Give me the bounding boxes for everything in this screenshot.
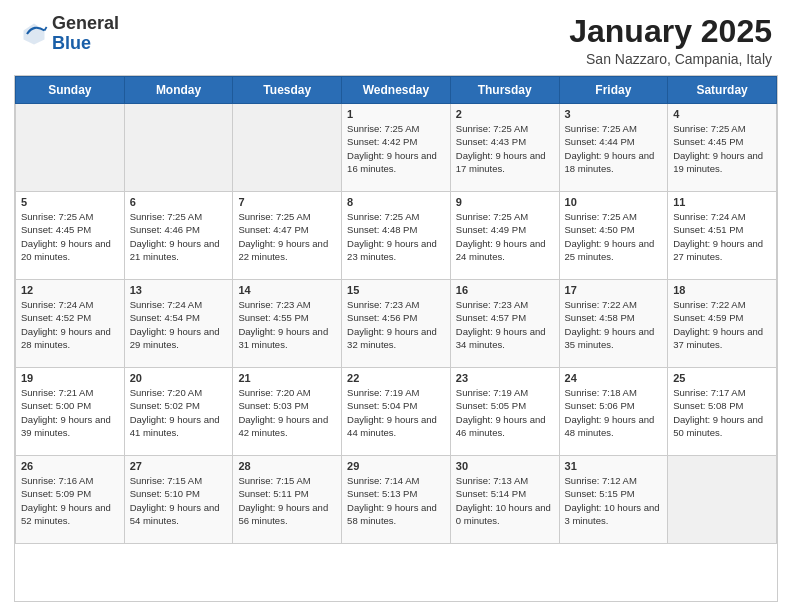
day-info: Sunrise: 7:25 AM Sunset: 4:49 PM Dayligh…	[456, 210, 554, 263]
daylight-label: Daylight: 9 hours and 48 minutes.	[565, 414, 655, 438]
sunrise-label: Sunrise: 7:15 AM	[130, 475, 202, 486]
daylight-label: Daylight: 9 hours and 23 minutes.	[347, 238, 437, 262]
daylight-label: Daylight: 9 hours and 27 minutes.	[673, 238, 763, 262]
sunset-label: Sunset: 5:09 PM	[21, 488, 91, 499]
day-number: 12	[21, 284, 119, 296]
week-row-5: 26 Sunrise: 7:16 AM Sunset: 5:09 PM Dayl…	[16, 456, 777, 544]
sunset-label: Sunset: 5:13 PM	[347, 488, 417, 499]
sunrise-label: Sunrise: 7:16 AM	[21, 475, 93, 486]
calendar-cell: 30 Sunrise: 7:13 AM Sunset: 5:14 PM Dayl…	[450, 456, 559, 544]
daylight-label: Daylight: 9 hours and 39 minutes.	[21, 414, 111, 438]
calendar: SundayMondayTuesdayWednesdayThursdayFrid…	[14, 75, 778, 602]
day-info: Sunrise: 7:24 AM Sunset: 4:52 PM Dayligh…	[21, 298, 119, 351]
header: General Blue January 2025 San Nazzaro, C…	[0, 0, 792, 75]
sunset-label: Sunset: 4:50 PM	[565, 224, 635, 235]
sunrise-label: Sunrise: 7:20 AM	[130, 387, 202, 398]
calendar-cell	[233, 104, 342, 192]
day-info: Sunrise: 7:24 AM Sunset: 4:51 PM Dayligh…	[673, 210, 771, 263]
weekday-header-wednesday: Wednesday	[342, 77, 451, 104]
day-number: 14	[238, 284, 336, 296]
day-info: Sunrise: 7:19 AM Sunset: 5:04 PM Dayligh…	[347, 386, 445, 439]
daylight-label: Daylight: 9 hours and 22 minutes.	[238, 238, 328, 262]
day-number: 26	[21, 460, 119, 472]
sunrise-label: Sunrise: 7:22 AM	[565, 299, 637, 310]
day-info: Sunrise: 7:21 AM Sunset: 5:00 PM Dayligh…	[21, 386, 119, 439]
day-info: Sunrise: 7:25 AM Sunset: 4:43 PM Dayligh…	[456, 122, 554, 175]
sunset-label: Sunset: 5:03 PM	[238, 400, 308, 411]
calendar-cell: 14 Sunrise: 7:23 AM Sunset: 4:55 PM Dayl…	[233, 280, 342, 368]
sunset-label: Sunset: 5:10 PM	[130, 488, 200, 499]
day-number: 11	[673, 196, 771, 208]
day-info: Sunrise: 7:25 AM Sunset: 4:50 PM Dayligh…	[565, 210, 663, 263]
calendar-cell: 12 Sunrise: 7:24 AM Sunset: 4:52 PM Dayl…	[16, 280, 125, 368]
daylight-label: Daylight: 9 hours and 41 minutes.	[130, 414, 220, 438]
day-number: 8	[347, 196, 445, 208]
day-number: 3	[565, 108, 663, 120]
calendar-cell: 6 Sunrise: 7:25 AM Sunset: 4:46 PM Dayli…	[124, 192, 233, 280]
sunrise-label: Sunrise: 7:25 AM	[130, 211, 202, 222]
sunrise-label: Sunrise: 7:17 AM	[673, 387, 745, 398]
day-info: Sunrise: 7:15 AM Sunset: 5:10 PM Dayligh…	[130, 474, 228, 527]
sunrise-label: Sunrise: 7:25 AM	[565, 123, 637, 134]
day-info: Sunrise: 7:15 AM Sunset: 5:11 PM Dayligh…	[238, 474, 336, 527]
day-number: 19	[21, 372, 119, 384]
sunset-label: Sunset: 5:05 PM	[456, 400, 526, 411]
sunset-label: Sunset: 4:58 PM	[565, 312, 635, 323]
day-info: Sunrise: 7:17 AM Sunset: 5:08 PM Dayligh…	[673, 386, 771, 439]
sunset-label: Sunset: 5:15 PM	[565, 488, 635, 499]
day-info: Sunrise: 7:23 AM Sunset: 4:57 PM Dayligh…	[456, 298, 554, 351]
day-number: 24	[565, 372, 663, 384]
calendar-cell: 17 Sunrise: 7:22 AM Sunset: 4:58 PM Dayl…	[559, 280, 668, 368]
day-number: 1	[347, 108, 445, 120]
day-info: Sunrise: 7:18 AM Sunset: 5:06 PM Dayligh…	[565, 386, 663, 439]
day-info: Sunrise: 7:16 AM Sunset: 5:09 PM Dayligh…	[21, 474, 119, 527]
day-number: 2	[456, 108, 554, 120]
sunset-label: Sunset: 4:56 PM	[347, 312, 417, 323]
calendar-cell: 13 Sunrise: 7:24 AM Sunset: 4:54 PM Dayl…	[124, 280, 233, 368]
sunset-label: Sunset: 4:42 PM	[347, 136, 417, 147]
calendar-cell: 20 Sunrise: 7:20 AM Sunset: 5:02 PM Dayl…	[124, 368, 233, 456]
weekday-row: SundayMondayTuesdayWednesdayThursdayFrid…	[16, 77, 777, 104]
day-info: Sunrise: 7:12 AM Sunset: 5:15 PM Dayligh…	[565, 474, 663, 527]
weekday-header-thursday: Thursday	[450, 77, 559, 104]
calendar-cell: 8 Sunrise: 7:25 AM Sunset: 4:48 PM Dayli…	[342, 192, 451, 280]
sunset-label: Sunset: 4:48 PM	[347, 224, 417, 235]
calendar-cell: 10 Sunrise: 7:25 AM Sunset: 4:50 PM Dayl…	[559, 192, 668, 280]
calendar-cell: 15 Sunrise: 7:23 AM Sunset: 4:56 PM Dayl…	[342, 280, 451, 368]
week-row-1: 1 Sunrise: 7:25 AM Sunset: 4:42 PM Dayli…	[16, 104, 777, 192]
calendar-cell: 21 Sunrise: 7:20 AM Sunset: 5:03 PM Dayl…	[233, 368, 342, 456]
sunset-label: Sunset: 4:46 PM	[130, 224, 200, 235]
sunrise-label: Sunrise: 7:25 AM	[238, 211, 310, 222]
day-info: Sunrise: 7:25 AM Sunset: 4:48 PM Dayligh…	[347, 210, 445, 263]
header-right: January 2025 San Nazzaro, Campania, Ital…	[569, 14, 772, 67]
daylight-label: Daylight: 9 hours and 25 minutes.	[565, 238, 655, 262]
calendar-cell: 11 Sunrise: 7:24 AM Sunset: 4:51 PM Dayl…	[668, 192, 777, 280]
sunset-label: Sunset: 4:45 PM	[673, 136, 743, 147]
weekday-header-friday: Friday	[559, 77, 668, 104]
sunset-label: Sunset: 5:02 PM	[130, 400, 200, 411]
daylight-label: Daylight: 9 hours and 35 minutes.	[565, 326, 655, 350]
sunset-label: Sunset: 4:55 PM	[238, 312, 308, 323]
page: General Blue January 2025 San Nazzaro, C…	[0, 0, 792, 612]
day-number: 13	[130, 284, 228, 296]
daylight-label: Daylight: 9 hours and 17 minutes.	[456, 150, 546, 174]
day-info: Sunrise: 7:13 AM Sunset: 5:14 PM Dayligh…	[456, 474, 554, 527]
sunset-label: Sunset: 5:00 PM	[21, 400, 91, 411]
sunrise-label: Sunrise: 7:18 AM	[565, 387, 637, 398]
daylight-label: Daylight: 9 hours and 19 minutes.	[673, 150, 763, 174]
calendar-cell	[16, 104, 125, 192]
calendar-body: 1 Sunrise: 7:25 AM Sunset: 4:42 PM Dayli…	[16, 104, 777, 544]
day-info: Sunrise: 7:14 AM Sunset: 5:13 PM Dayligh…	[347, 474, 445, 527]
calendar-cell: 31 Sunrise: 7:12 AM Sunset: 5:15 PM Dayl…	[559, 456, 668, 544]
week-row-2: 5 Sunrise: 7:25 AM Sunset: 4:45 PM Dayli…	[16, 192, 777, 280]
day-info: Sunrise: 7:23 AM Sunset: 4:56 PM Dayligh…	[347, 298, 445, 351]
day-number: 21	[238, 372, 336, 384]
sunrise-label: Sunrise: 7:20 AM	[238, 387, 310, 398]
calendar-cell: 27 Sunrise: 7:15 AM Sunset: 5:10 PM Dayl…	[124, 456, 233, 544]
day-number: 28	[238, 460, 336, 472]
sunrise-label: Sunrise: 7:23 AM	[456, 299, 528, 310]
sunset-label: Sunset: 4:47 PM	[238, 224, 308, 235]
sunrise-label: Sunrise: 7:25 AM	[456, 211, 528, 222]
daylight-label: Daylight: 9 hours and 42 minutes.	[238, 414, 328, 438]
sunrise-label: Sunrise: 7:14 AM	[347, 475, 419, 486]
